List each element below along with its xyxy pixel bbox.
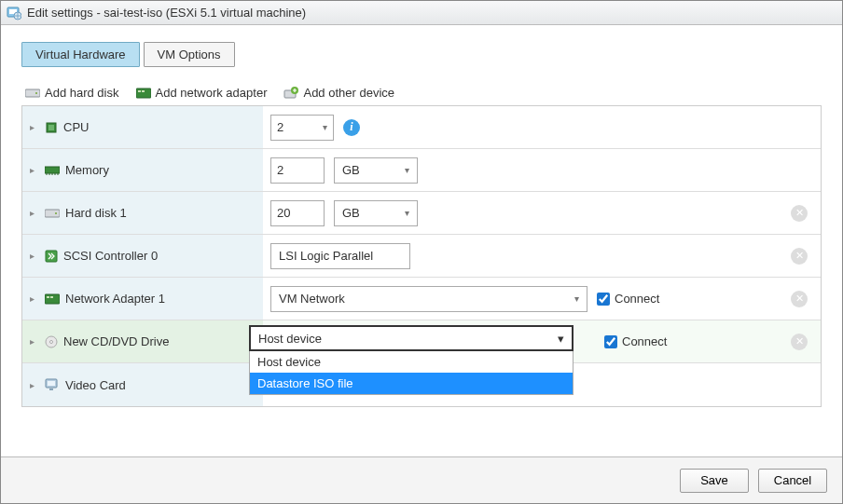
option-datastore-iso-file[interactable]: Datastore ISO file	[250, 373, 573, 394]
expand-icon: ▸	[30, 122, 39, 132]
svg-point-4	[35, 92, 37, 94]
cpu-count-select[interactable]: 2 ▾	[270, 115, 334, 141]
dialog-title: Edit settings - sai-test-iso (ESXi 5.1 v…	[27, 6, 306, 20]
save-button[interactable]: Save	[680, 469, 749, 493]
hard-disk-icon	[25, 88, 40, 99]
cpu-icon	[45, 121, 58, 134]
memory-icon	[45, 166, 60, 175]
svg-rect-6	[138, 90, 141, 92]
other-device-icon	[283, 87, 298, 100]
row-cd-dvd-label-cell[interactable]: ▸ New CD/DVD Drive	[22, 320, 263, 362]
dialog-body: Virtual Hardware VM Options Add hard dis…	[1, 25, 842, 456]
add-hard-disk-button[interactable]: Add hard disk	[25, 86, 119, 100]
hard-disk-icon	[45, 208, 60, 219]
dialog-footer: Save Cancel	[1, 456, 842, 503]
expand-icon: ▸	[30, 208, 39, 218]
tab-bar: Virtual Hardware VM Options	[21, 42, 822, 67]
row-cpu-label-cell[interactable]: ▸ CPU	[22, 106, 263, 148]
row-memory: ▸ Memory 2 GB ▾	[22, 149, 821, 192]
hard-disk-size-input[interactable]: 20	[270, 200, 325, 226]
cd-dvd-source-dropdown: Host device ▾ Host device Datastore ISO …	[249, 325, 574, 395]
row-scsi-controller: ▸ SCSI Controller 0 LSI Logic Parallel ✕	[22, 235, 821, 278]
svg-rect-22	[48, 381, 55, 386]
svg-point-20	[50, 340, 53, 343]
expand-icon: ▸	[30, 165, 39, 175]
title-bar: Edit settings - sai-test-iso (ESXi 5.1 v…	[1, 1, 842, 25]
row-video-label-cell[interactable]: ▸ Video Card	[22, 363, 263, 406]
svg-rect-18	[50, 296, 53, 298]
edit-settings-dialog: { "title": "Edit settings - sai-test-iso…	[0, 0, 843, 504]
expand-icon: ▸	[30, 380, 39, 390]
row-memory-label-cell[interactable]: ▸ Memory	[22, 149, 263, 191]
chevron-down-icon: ▾	[558, 332, 564, 346]
row-scsi-label-cell[interactable]: ▸ SCSI Controller 0	[22, 235, 263, 277]
remove-cd-dvd-button[interactable]: ✕	[791, 334, 808, 350]
chevron-down-icon: ▾	[405, 208, 409, 218]
tab-vm-options[interactable]: VM Options	[144, 42, 235, 67]
row-hard-disk-label-cell[interactable]: ▸ Hard disk 1	[22, 192, 263, 234]
svg-rect-5	[136, 89, 151, 98]
add-other-device-button[interactable]: Add other device	[283, 86, 394, 100]
info-icon[interactable]: i	[343, 119, 360, 136]
chevron-down-icon: ▾	[323, 122, 327, 132]
hard-disk-unit-select[interactable]: GB ▾	[334, 200, 418, 226]
row-network-label-cell[interactable]: ▸ Network Adapter 1	[22, 278, 263, 320]
network-adapter-icon	[45, 293, 60, 305]
chevron-down-icon: ▾	[405, 165, 409, 175]
memory-size-input[interactable]: 2	[270, 157, 325, 184]
option-host-device[interactable]: Host device	[250, 351, 573, 373]
remove-network-button[interactable]: ✕	[791, 291, 808, 307]
cd-dvd-icon	[45, 335, 58, 348]
scsi-type-display[interactable]: LSI Logic Parallel	[270, 243, 410, 269]
video-card-icon	[45, 378, 60, 391]
svg-rect-12	[45, 167, 60, 173]
svg-rect-11	[48, 125, 54, 130]
row-hard-disk: ▸ Hard disk 1 20 GB ▾ ✕	[22, 192, 821, 235]
svg-rect-23	[49, 388, 53, 390]
vm-settings-icon	[7, 6, 21, 20]
memory-unit-select[interactable]: GB ▾	[334, 157, 418, 184]
chevron-down-icon: ▾	[574, 293, 579, 304]
svg-rect-7	[142, 90, 145, 92]
hardware-toolbar: Add hard disk Add network adapter Add ot…	[21, 84, 822, 102]
network-adapter-icon	[136, 88, 151, 99]
scsi-controller-icon	[45, 250, 58, 263]
svg-rect-3	[25, 89, 40, 97]
row-cpu: ▸ CPU 2 ▾ i	[22, 106, 821, 149]
expand-icon: ▸	[30, 251, 39, 261]
expand-icon: ▸	[30, 293, 39, 304]
network-select[interactable]: VM Network ▾	[270, 286, 587, 312]
svg-rect-17	[47, 296, 49, 298]
cd-dvd-source-select[interactable]: Host device ▾	[249, 325, 574, 351]
add-network-adapter-button[interactable]: Add network adapter	[136, 86, 268, 100]
svg-rect-13	[45, 210, 60, 217]
network-connect-checkbox[interactable]: Connect	[597, 292, 659, 306]
svg-rect-16	[45, 294, 60, 304]
cancel-button[interactable]: Cancel	[758, 469, 827, 493]
remove-hard-disk-button[interactable]: ✕	[791, 205, 808, 222]
cd-dvd-source-options: Host device Datastore ISO file	[249, 351, 574, 395]
row-network-adapter: ▸ Network Adapter 1 VM Network ▾ Connect…	[22, 278, 821, 320]
expand-icon: ▸	[30, 336, 39, 347]
cd-dvd-connect-checkbox[interactable]: Connect	[604, 334, 667, 348]
svg-point-14	[55, 212, 57, 214]
tab-virtual-hardware[interactable]: Virtual Hardware	[21, 42, 140, 67]
remove-scsi-button[interactable]: ✕	[791, 248, 808, 265]
